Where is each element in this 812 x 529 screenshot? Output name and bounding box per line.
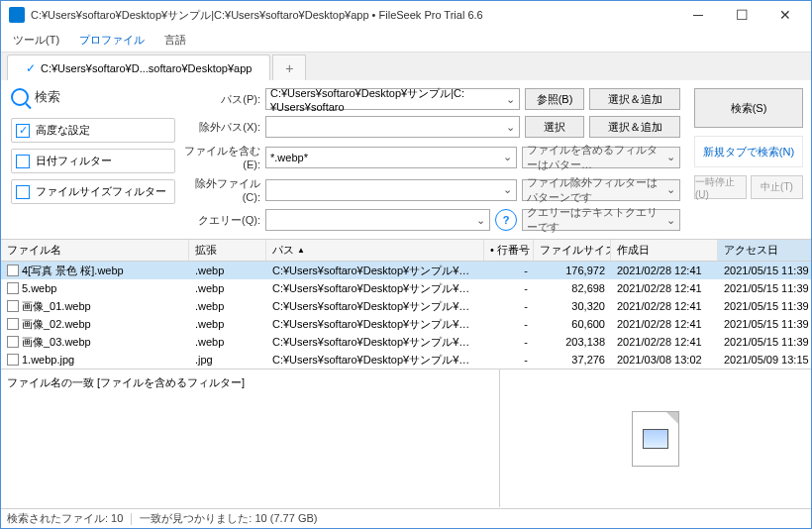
stop-button[interactable]: 中止(T): [751, 175, 803, 199]
chevron-down-icon[interactable]: ⌄: [475, 214, 485, 227]
table-row[interactable]: 画像_01.webp.webpC:¥Users¥softaro¥Desktop¥…: [1, 297, 811, 315]
minimize-button[interactable]: ─: [676, 1, 720, 29]
search-button[interactable]: 検索(S): [694, 88, 803, 128]
query-status-dropdown[interactable]: クエリーはテキストクエリーです⌄: [522, 209, 680, 231]
check-icon: ✓: [26, 61, 36, 75]
date-label: 日付フィルター: [36, 154, 112, 168]
file-preview-icon: [632, 411, 679, 467]
include-status-dropdown[interactable]: ファイルを含めるフィルターはパター…⌄: [522, 147, 680, 168]
form-panel: パス(P): C:¥Users¥softaro¥Desktop¥サンプル|C:¥…: [175, 88, 688, 231]
menu-profile[interactable]: プロファイル: [75, 31, 149, 50]
exclude-file-label: 除外ファイル(C):: [183, 176, 260, 203]
help-icon[interactable]: ?: [495, 209, 517, 231]
status-found: 検索されたファイル: 10: [7, 511, 123, 526]
tab-label: C:¥Users¥softaro¥D...softaro¥Desktop¥app: [41, 62, 252, 74]
path-input[interactable]: C:¥Users¥softaro¥Desktop¥サンプル|C:¥Users¥s…: [265, 88, 520, 110]
menu-language[interactable]: 言語: [160, 31, 190, 50]
advanced-label: 高度な設定: [36, 123, 90, 138]
exclude-file-input[interactable]: ⌄: [265, 179, 517, 201]
results-header: ファイル名 拡張 パス▲ • 行番号 ファイルサイズ 作成日 アクセス日: [1, 240, 811, 262]
search-heading: 検索: [35, 88, 60, 106]
col-filesize[interactable]: ファイルサイズ: [534, 240, 611, 261]
query-label: クエリー(Q):: [183, 213, 260, 228]
col-path[interactable]: パス▲: [266, 240, 484, 261]
exclude-path-label: 除外パス(X):: [183, 120, 260, 135]
menubar: ツール(T) プロファイル 言語: [1, 29, 811, 53]
chevron-down-icon[interactable]: ⌄: [506, 93, 515, 106]
query-input[interactable]: ⌄: [265, 209, 490, 231]
status-bar: 検索されたファイル: 10 一致が見つかりました: 10 (7.77 GB): [1, 508, 811, 528]
chevron-down-icon[interactable]: ⌄: [505, 121, 515, 134]
search-icon: [11, 88, 29, 106]
new-tab-search-button[interactable]: 新規タブで検索(N): [694, 136, 803, 167]
date-checkbox[interactable]: ✓: [16, 155, 30, 168]
results-body[interactable]: 4[写真 景色 桜].webp.webpC:¥Users¥softaro¥Des…: [1, 262, 811, 369]
window-title: C:¥Users¥softaro¥Desktop¥サンプル|C:¥Users¥s…: [31, 8, 676, 23]
table-row[interactable]: 4[写真 景色 桜].webp.webpC:¥Users¥softaro¥Des…: [1, 262, 811, 279]
select-button[interactable]: 選択: [525, 116, 584, 138]
maximize-button[interactable]: ☐: [720, 1, 763, 29]
file-icon: [7, 282, 19, 294]
col-line[interactable]: • 行番号: [484, 240, 534, 261]
select-add-button-2[interactable]: 選択＆追加: [589, 116, 680, 138]
path-label: パス(P):: [183, 92, 260, 107]
file-icon: [7, 354, 19, 366]
pause-button[interactable]: 一時停止(U): [694, 175, 747, 199]
options-panel: 検索 ✓ 高度な設定 ✓ 日付フィルター ✓ ファイルサイズフィルター: [9, 88, 175, 231]
table-row[interactable]: 1.webp.jpg.jpgC:¥Users¥softaro¥Desktop¥サ…: [1, 351, 811, 369]
col-accessed[interactable]: アクセス日: [718, 240, 811, 261]
menu-tools[interactable]: ツール(T): [9, 31, 63, 50]
status-matches: 一致が見つかりました: 10 (7.77 GB): [140, 511, 317, 526]
date-filter-row[interactable]: ✓ 日付フィルター: [11, 149, 175, 173]
close-button[interactable]: ✕: [763, 1, 807, 29]
tab-add-button[interactable]: +: [272, 54, 306, 80]
size-filter-row[interactable]: ✓ ファイルサイズフィルター: [11, 179, 175, 204]
file-icon: [7, 336, 19, 348]
size-label: ファイルサイズフィルター: [36, 184, 166, 199]
advanced-checkbox[interactable]: ✓: [16, 124, 30, 138]
file-icon: [7, 318, 19, 330]
include-input[interactable]: *.webp*⌄: [265, 147, 517, 168]
app-icon: [9, 7, 25, 23]
tab-bar: ✓ C:¥Users¥softaro¥D...softaro¥Desktop¥a…: [1, 53, 811, 80]
titlebar: C:¥Users¥softaro¥Desktop¥サンプル|C:¥Users¥s…: [1, 1, 811, 29]
exclude-status-dropdown[interactable]: ファイル除外フィルターはパターンです⌄: [522, 179, 680, 201]
file-icon: [7, 264, 19, 276]
table-row[interactable]: 画像_03.webp.webpC:¥Users¥softaro¥Desktop¥…: [1, 333, 811, 351]
match-detail-text: ファイル名の一致 [ファイルを含めるフィルター]: [7, 376, 245, 388]
browse-button[interactable]: 参照(B): [525, 88, 584, 110]
table-row[interactable]: 画像_02.webp.webpC:¥Users¥softaro¥Desktop¥…: [1, 315, 811, 333]
match-detail-panel: ファイル名の一致 [ファイルを含めるフィルター]: [1, 370, 500, 507]
select-add-button-1[interactable]: 選択＆追加: [589, 88, 680, 110]
table-row[interactable]: 5.webp.webpC:¥Users¥softaro¥Desktop¥サンプル…: [1, 279, 811, 297]
include-label: ファイルを含む(E):: [183, 144, 260, 170]
size-checkbox[interactable]: ✓: [16, 185, 30, 199]
sort-asc-icon: ▲: [297, 246, 305, 255]
tab-active[interactable]: ✓ C:¥Users¥softaro¥D...softaro¥Desktop¥a…: [7, 54, 270, 80]
exclude-path-input[interactable]: ⌄: [265, 116, 520, 138]
advanced-settings-row[interactable]: ✓ 高度な設定: [11, 118, 175, 143]
chevron-down-icon[interactable]: ⌄: [502, 151, 512, 163]
file-icon: [7, 300, 19, 312]
preview-panel: [500, 370, 811, 507]
col-extension[interactable]: 拡張: [189, 240, 266, 261]
col-created[interactable]: 作成日: [611, 240, 718, 261]
col-filename[interactable]: ファイル名: [1, 240, 189, 261]
actions-panel: 検索(S) 新規タブで検索(N) 一時停止(U) 中止(T): [688, 88, 803, 231]
chevron-down-icon[interactable]: ⌄: [502, 183, 512, 196]
